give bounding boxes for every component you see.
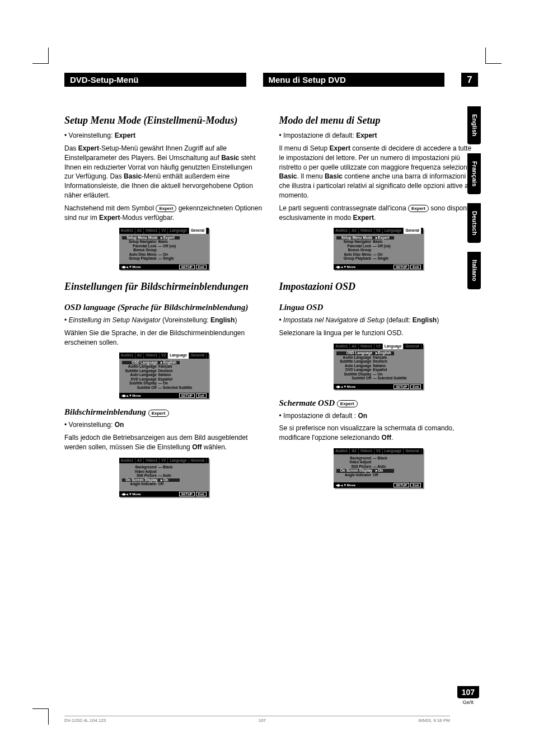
column-german: Setup Menu Mode (Einstellmenü-Modus) Vor… <box>64 104 264 505</box>
heading-setup-mode: Setup Menu Mode (Einstellmenü-Modus) <box>64 114 264 128</box>
body-text: Se si preferisce non visualizzare la sch… <box>279 424 479 443</box>
chapter-bar: DVD-Setup-Menü Menu di Setup DVD 7 <box>64 73 478 87</box>
shot-tab: A2 <box>350 344 358 350</box>
body-text: Wählen Sie die Sprache, in der die Bilds… <box>64 328 264 348</box>
shot-row: Audio Languagefrançais <box>122 365 206 369</box>
footer: DV-12S2.4L.104.123 107 8/6/03, 9:16 PM <box>64 718 450 723</box>
page-number: 107 Ge/It <box>457 686 479 705</box>
footer-page: 107 <box>259 718 266 723</box>
preset-line: Voreinstellung: On <box>64 420 264 430</box>
chapter-title-right: Menu di Setup DVD <box>263 73 445 87</box>
heading-osd-settings: Einstellungen für Bildschirmeinblendunge… <box>64 280 264 294</box>
move-arrows-icon <box>336 483 346 487</box>
shot-footer: MoveSETUPExit <box>334 482 423 488</box>
shot-footer: MoveSETUPExit <box>119 491 209 497</box>
heading-on-screen-display: Bildschirmeinblendung Expert <box>64 406 264 418</box>
move-arrows-icon <box>121 265 132 269</box>
shot-tab: Video1 <box>144 353 160 359</box>
expert-pill: Expert <box>408 205 429 212</box>
shot-tab: Video1 <box>144 458 160 464</box>
shot-tab: Audio1 <box>119 353 135 359</box>
shot-tab: V2 <box>160 458 168 464</box>
shot-tab: General <box>404 344 421 350</box>
shot-row: Group Playback— Single <box>336 257 420 261</box>
shot-tab: General <box>404 448 421 454</box>
expert-pill: Expert <box>148 410 169 417</box>
shot-tab: General <box>189 228 207 234</box>
move-arrows-icon <box>336 385 346 388</box>
screenshot-language: Audio1A2Video1V2LanguageGeneralOSD Langu… <box>334 344 423 389</box>
shot-row: Setup NavigatorBasic <box>122 240 206 244</box>
chapter-number: 7 <box>461 73 478 87</box>
shot-tab: A2 <box>135 228 144 234</box>
shot-tab: A2 <box>350 448 358 454</box>
shot-row: Subtitle LanguageDeutsch <box>336 360 420 364</box>
shot-row: OSD Language▸English <box>336 351 420 355</box>
shot-tab: Audio1 <box>119 228 135 234</box>
shot-tab: Audio1 <box>334 228 350 234</box>
screenshot-general: Audio1A2Video1V2LanguageGeneralSetup Men… <box>334 228 423 270</box>
shot-tab: V2 <box>374 344 383 350</box>
body-text: Falls jedoch die Betriebsanzeigen aus de… <box>64 433 264 452</box>
shot-tab: Video1 <box>144 228 160 234</box>
shot-tab: V2 <box>160 353 168 359</box>
shot-tab: Language <box>383 448 404 454</box>
move-arrows-icon <box>336 265 346 269</box>
body-text: Selezionare la lingua per le funzioni OS… <box>279 328 479 338</box>
body-text: Le parti seguenti contrassegnate dall'ic… <box>279 204 479 223</box>
heading-osd-settings: Impostazioni OSD <box>279 280 479 294</box>
shot-row: Angle IndicatorOff <box>122 482 206 486</box>
shot-row: On Screen Display▸On <box>336 469 420 473</box>
osd-note: Einstellung im Setup Navigator (Voreinst… <box>64 316 264 325</box>
shot-tab: V2 <box>374 228 383 234</box>
shot-tab: General <box>404 228 421 234</box>
shot-tab: Language <box>383 228 404 234</box>
shot-row: Group Playback— Single <box>122 257 206 261</box>
heading-osd-language: Lingua OSD <box>279 302 479 313</box>
body-text: Il menu di Setup Expert consente di deci… <box>279 144 479 200</box>
lang-tab-francais: Français <box>467 153 481 194</box>
heading-on-screen-display: Schermate OSD Expert <box>279 397 479 409</box>
expert-pill: Expert <box>337 400 358 407</box>
preset-line: Impostazione di default : On <box>279 411 479 421</box>
shot-tab: Video1 <box>359 344 374 350</box>
shot-row: Subtitle Display— On <box>122 382 206 386</box>
shot-footer: MoveSETUPExit <box>119 393 209 398</box>
column-italian: Modo del menu di Setup Impostazione di d… <box>279 104 479 505</box>
osd-note: Impostata nel Navigatore di Setup (defau… <box>279 316 479 325</box>
shot-row: Angle IndicatorOff <box>336 473 420 477</box>
preset-line: Impostazione di default: Expert <box>279 131 479 140</box>
heading-osd-language: OSD language (Sprache für Bildschirmeinb… <box>64 302 264 313</box>
shot-row: Auto LanguageItaliano <box>122 373 206 377</box>
screenshot-general: Audio1A2Video1V2LanguageGeneralSetup Men… <box>119 228 209 270</box>
shot-tab: V2 <box>374 448 383 454</box>
lang-tab-italiano: Italiano <box>467 252 481 289</box>
shot-tab: Language <box>168 458 189 464</box>
shot-row: Background— Black <box>122 466 206 469</box>
shot-row: Bonus Group <box>122 248 206 252</box>
shot-row: Bonus Group <box>336 248 420 252</box>
screenshot-video2: Audio1A2Video1V2LanguageGeneralBackgroun… <box>119 458 209 497</box>
shot-tab: Audio1 <box>334 448 350 454</box>
expert-pill: Expert <box>156 205 176 212</box>
shot-row: Setup NavigatorBasic <box>336 240 420 244</box>
shot-tab: General <box>189 353 207 359</box>
body-text: Das Expert-Setup-Menü gewährt Ihnen Zugr… <box>64 144 264 200</box>
preset-line: Voreinstellung: Expert <box>64 131 264 140</box>
shot-footer: MoveSETUPExit <box>119 264 209 270</box>
body-text: Nachstehend mit dem Symbol Expert gekenn… <box>64 204 264 223</box>
shot-tab: Language <box>383 344 404 350</box>
shot-footer: MoveSETUPExit <box>334 384 423 389</box>
shot-tab: Audio1 <box>334 344 350 350</box>
shot-footer: MoveSETUPExit <box>334 264 423 270</box>
lang-tab-deutsch: Deutsch <box>467 203 481 243</box>
chapter-title-left: DVD-Setup-Menü <box>64 73 246 87</box>
shot-tab: A2 <box>135 458 144 464</box>
shot-row: DVD LanguageEspañol <box>336 368 420 372</box>
screenshot-language: Audio1A2Video1V2LanguageGeneralOSD Langu… <box>119 353 209 398</box>
footer-filename: DV-12S2.4L.104.123 <box>64 718 106 723</box>
shot-row: Subtitle Off— Selected Subtitle <box>336 377 420 381</box>
shot-tab: Video1 <box>359 448 374 454</box>
move-arrows-icon <box>121 492 132 496</box>
shot-tab: Audio1 <box>119 458 135 464</box>
